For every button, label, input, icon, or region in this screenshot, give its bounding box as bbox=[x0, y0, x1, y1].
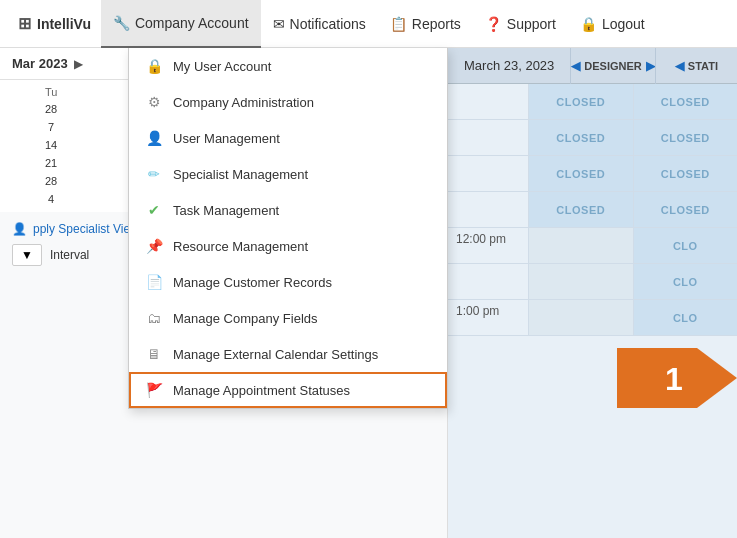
time-row: CLOSED CLOSED bbox=[448, 120, 737, 156]
check-icon: ✔ bbox=[145, 201, 163, 219]
dropdown-specialist-management-label: Specialist Management bbox=[173, 167, 308, 182]
time-cell-closed: CLOSED bbox=[528, 192, 633, 227]
user-icon: 👤 bbox=[145, 129, 163, 147]
folder-icon: 🗂 bbox=[145, 309, 163, 327]
time-cells: CLOSED CLOSED bbox=[528, 156, 737, 191]
time-label bbox=[448, 264, 528, 299]
dropdown-resource-management[interactable]: 📌 Resource Management bbox=[129, 228, 447, 264]
dropdown-my-user-account[interactable]: 🔒 My User Account bbox=[129, 48, 447, 84]
time-cells: CLO bbox=[528, 300, 737, 335]
nav-logout-label: Logout bbox=[602, 16, 645, 32]
nav-support[interactable]: ❓ Support bbox=[473, 0, 568, 48]
time-cell-closed: CLOSED bbox=[633, 156, 738, 191]
time-label bbox=[448, 120, 528, 155]
time-cell-closed: CLOSED bbox=[633, 120, 738, 155]
time-cell-closed: CLOSED bbox=[528, 120, 633, 155]
flag-icon: 🚩 bbox=[145, 381, 163, 399]
cal-cell[interactable]: 7 bbox=[8, 118, 94, 136]
time-row: CLO bbox=[448, 264, 737, 300]
brand: ⊞ IntelliVu bbox=[8, 14, 101, 33]
time-slots: CLOSED CLOSED CLOSED CLOSED CLOSED CLOSE… bbox=[448, 84, 737, 336]
right-panel: March 23, 2023 ◀ DESIGNER ▶ ◀ STATI CLOS… bbox=[448, 48, 737, 538]
cal-cell[interactable]: 14 bbox=[8, 136, 94, 154]
dropdown-specialist-management[interactable]: ✏ Specialist Management bbox=[129, 156, 447, 192]
svg-text:1: 1 bbox=[665, 361, 683, 397]
annotation-arrow: 1 bbox=[617, 348, 737, 408]
brand-icon: ⊞ bbox=[18, 14, 31, 33]
dropdown-resource-management-label: Resource Management bbox=[173, 239, 308, 254]
designer-right-chevron[interactable]: ▶ bbox=[646, 59, 655, 73]
time-cells: CLOSED CLOSED bbox=[528, 192, 737, 227]
schedule-header: March 23, 2023 ◀ DESIGNER ▶ ◀ STATI bbox=[448, 48, 737, 84]
nav-notifications[interactable]: ✉ Notifications bbox=[261, 0, 378, 48]
time-row: 1:00 pm CLO bbox=[448, 300, 737, 336]
time-cell-empty bbox=[528, 300, 633, 335]
time-cells: CLOSED CLOSED bbox=[528, 120, 737, 155]
calendar-next-arrow[interactable]: ▶ bbox=[74, 57, 83, 71]
time-cell-closed: CLOSED bbox=[528, 84, 633, 119]
nav-company-account[interactable]: 🔧 Company Account bbox=[101, 0, 261, 48]
document-icon: 📄 bbox=[145, 273, 163, 291]
day-tu: Tu bbox=[8, 86, 94, 98]
dropdown-manage-company-fields-label: Manage Company Fields bbox=[173, 311, 318, 326]
lock-icon: 🔒 bbox=[580, 16, 597, 32]
interval-label: Interval bbox=[50, 248, 89, 262]
dropdown-company-admin[interactable]: ⚙ Company Administration bbox=[129, 84, 447, 120]
calendar-month-label: Mar 2023 bbox=[12, 56, 68, 71]
time-cell-empty bbox=[528, 228, 633, 263]
mail-icon: ✉ bbox=[273, 16, 285, 32]
dropdown-manage-customer-records[interactable]: 📄 Manage Customer Records bbox=[129, 264, 447, 300]
monitor-icon: 🖥 bbox=[145, 345, 163, 363]
time-cell-closed: CLO bbox=[633, 228, 738, 263]
report-icon: 📋 bbox=[390, 16, 407, 32]
pin-icon: 📌 bbox=[145, 237, 163, 255]
nav-reports[interactable]: 📋 Reports bbox=[378, 0, 473, 48]
time-label bbox=[448, 84, 528, 119]
dropdown-task-management[interactable]: ✔ Task Management bbox=[129, 192, 447, 228]
time-100pm: 1:00 pm bbox=[448, 300, 528, 335]
dropdown-task-management-label: Task Management bbox=[173, 203, 279, 218]
dropdown-manage-company-fields[interactable]: 🗂 Manage Company Fields bbox=[129, 300, 447, 336]
time-cell-closed: CLOSED bbox=[633, 192, 738, 227]
dropdown-manage-customer-records-label: Manage Customer Records bbox=[173, 275, 332, 290]
dropdown-user-management[interactable]: 👤 User Management bbox=[129, 120, 447, 156]
cal-cell[interactable]: 28 bbox=[8, 100, 94, 118]
company-account-dropdown: 🔒 My User Account ⚙ Company Administrati… bbox=[128, 48, 448, 409]
time-row: 12:00 pm CLO bbox=[448, 228, 737, 264]
date-label: March 23, 2023 bbox=[448, 58, 570, 73]
time-cells: CLO bbox=[528, 228, 737, 263]
apply-specialist-label: pply Specialist View bbox=[33, 222, 139, 236]
nav-notifications-label: Notifications bbox=[290, 16, 366, 32]
dropdown-manage-appointment-statuses[interactable]: 🚩 Manage Appointment Statuses bbox=[129, 372, 447, 408]
time-cell-empty bbox=[528, 264, 633, 299]
cal-cell[interactable]: 28 bbox=[8, 172, 94, 190]
time-cell-closed: CLO bbox=[633, 300, 738, 335]
cal-cell[interactable]: 4 bbox=[8, 190, 94, 208]
question-icon: ❓ bbox=[485, 16, 502, 32]
time-row: CLOSED CLOSED bbox=[448, 192, 737, 228]
cal-cell[interactable]: 21 bbox=[8, 154, 94, 172]
nav-reports-label: Reports bbox=[412, 16, 461, 32]
brand-name: IntelliVu bbox=[37, 16, 91, 32]
gear-icon: ⚙ bbox=[145, 93, 163, 111]
designer-left-chevron[interactable]: ◀ bbox=[571, 59, 580, 73]
time-cells: CLOSED CLOSED bbox=[528, 84, 737, 119]
time-cell-closed: CLOSED bbox=[528, 156, 633, 191]
dropdown-my-user-account-label: My User Account bbox=[173, 59, 271, 74]
person-icon: 👤 bbox=[12, 222, 27, 236]
interval-dropdown[interactable]: ▼ bbox=[12, 244, 42, 266]
designer-label: DESIGNER bbox=[584, 60, 641, 72]
time-1200pm: 12:00 pm bbox=[448, 228, 528, 263]
dropdown-user-management-label: User Management bbox=[173, 131, 280, 146]
nav-logout[interactable]: 🔒 Logout bbox=[568, 0, 657, 48]
time-cell-closed: CLOSED bbox=[633, 84, 738, 119]
column-headers: ◀ DESIGNER ▶ ◀ STATI bbox=[570, 48, 737, 84]
time-label bbox=[448, 156, 528, 191]
designer-column-header: ◀ DESIGNER ▶ bbox=[570, 48, 654, 84]
time-row: CLOSED CLOSED bbox=[448, 156, 737, 192]
dropdown-manage-external-calendar[interactable]: 🖥 Manage External Calendar Settings bbox=[129, 336, 447, 372]
status-left-chevron[interactable]: ◀ bbox=[675, 59, 684, 73]
nav-support-label: Support bbox=[507, 16, 556, 32]
status-column-header: ◀ STATI bbox=[655, 48, 737, 84]
dropdown-company-admin-label: Company Administration bbox=[173, 95, 314, 110]
